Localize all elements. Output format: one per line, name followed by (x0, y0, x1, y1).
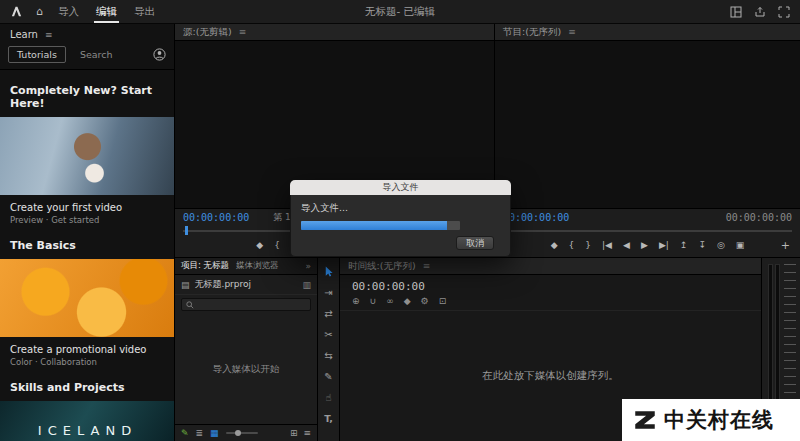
project-file-name[interactable]: 无标题.prproj (195, 278, 252, 291)
app-header-bar: ⌂ 导入 编辑 导出 无标题- 已编辑 (0, 0, 800, 24)
mark-in-icon[interactable]: { (274, 241, 280, 250)
timeline-toolbar: ⊕ ∪ ∞ ◆ ⚙ ⊡ (340, 295, 761, 311)
tutorial-card-image-coffee[interactable] (0, 117, 175, 195)
tab-export[interactable]: 导出 (132, 0, 157, 23)
pen-tool[interactable]: ✎ (324, 370, 332, 383)
project-file-row[interactable]: ▤ 无标题.prproj ▥ (175, 275, 317, 295)
program-current-timecode[interactable]: 00:00:00:00 (503, 212, 569, 223)
mark-in-icon[interactable]: { (569, 241, 575, 250)
project-search-box[interactable] (181, 298, 311, 311)
share-icon[interactable] (754, 6, 766, 18)
step-forward-icon[interactable]: ▶| (659, 241, 669, 250)
workspaces-icon[interactable] (730, 6, 742, 18)
tab-project[interactable]: 项目: 无标题 (181, 260, 229, 272)
learn-panel: Learn ≡ Tutorials Search Completely New?… (0, 24, 175, 441)
add-button-icon[interactable]: + (781, 239, 790, 252)
go-to-in-icon[interactable]: |◀ (602, 241, 612, 250)
add-marker-icon[interactable]: ◆ (404, 297, 411, 306)
project-file-options-icon[interactable]: ▥ (302, 280, 311, 290)
import-progress-fill (301, 221, 447, 230)
add-marker-icon[interactable]: ◆ (256, 241, 263, 250)
selection-tool[interactable] (323, 265, 335, 278)
tab-search[interactable]: Search (71, 46, 122, 63)
mark-out-icon[interactable]: } (585, 241, 591, 250)
project-tab-bar: 项目: 无标题 媒体浏览器 » (175, 258, 317, 275)
learn-section-heading: Skills and Projects (0, 367, 174, 401)
tools-panel: ⇥ ⇄ ✂ ⇆ ✎ ☝ T, (318, 258, 340, 441)
hand-tool[interactable]: ☝ (325, 391, 331, 404)
caption-options-icon[interactable]: ⊡ (439, 297, 447, 306)
program-scrubber[interactable] (503, 226, 792, 236)
learn-section-heading: The Basics (0, 225, 174, 259)
source-monitor-title: 源:(无剪辑) (183, 26, 232, 39)
tutorial-card-image-oranges[interactable] (0, 259, 175, 337)
snap-icon[interactable]: ∪ (370, 297, 377, 306)
new-item-icon[interactable]: ⊞ (290, 429, 298, 438)
tab-media-browser[interactable]: 媒体浏览器 (236, 260, 279, 272)
selection-cursor-icon (323, 265, 335, 278)
dialog-message: 导入文件... (301, 202, 500, 215)
step-back-icon[interactable]: ◀ (623, 241, 630, 250)
program-monitor-viewer (495, 41, 800, 208)
premiere-app-window: ⌂ 导入 编辑 导出 无标题- 已编辑 Learn ≡ (0, 0, 800, 441)
program-panel-menu-icon[interactable]: ≡ (568, 27, 576, 37)
source-current-timecode[interactable]: 00:00:00:00 (183, 212, 249, 223)
source-playhead[interactable] (185, 226, 188, 235)
search-icon (186, 301, 194, 309)
program-monitor-title: 节目:(无序列) (503, 26, 561, 39)
add-marker-icon[interactable]: ◆ (551, 241, 558, 250)
ripple-edit-tool[interactable]: ⇄ (324, 307, 332, 320)
export-frame-icon[interactable]: ◎ (717, 241, 725, 250)
learn-panel-menu-icon[interactable]: ≡ (45, 30, 53, 40)
learn-tab-bar: Tutorials Search (0, 42, 174, 70)
program-duration-timecode: 00:00:00:00 (726, 212, 792, 223)
tab-import[interactable]: 导入 (56, 0, 81, 23)
lift-icon[interactable]: ↥ (680, 241, 688, 250)
icon-view-icon[interactable]: ▦ (210, 429, 219, 438)
project-empty-message[interactable]: 导入媒体以开始 (175, 314, 317, 424)
play-icon[interactable]: ▶ (641, 241, 648, 250)
learn-panel-title: Learn (10, 29, 38, 40)
program-monitor-panel: 节目:(无序列) ≡ 00:00:00:00 00:00:00:00 ◆ { }… (495, 24, 800, 258)
import-progress-dialog: 导入文件 导入文件... 取消 (290, 180, 511, 257)
project-writable-icon[interactable]: ✎ (181, 429, 189, 438)
zol-logo-icon (632, 407, 658, 433)
tutorial-card-title[interactable]: Create a promotional video (0, 337, 174, 357)
import-progress-bar (301, 221, 460, 230)
comparison-view-icon[interactable]: ▣ (736, 241, 745, 250)
dialog-title: 导入文件 (290, 180, 511, 195)
timeline-settings-icon[interactable]: ⚙ (421, 297, 429, 306)
thumbnail-zoom-knob[interactable] (235, 430, 241, 436)
timeline-timecode[interactable]: 00:00:00:00 (340, 275, 761, 295)
tutorial-card-image-iceland[interactable]: ICELAND (0, 401, 175, 441)
type-tool[interactable]: T, (324, 412, 333, 425)
nest-toggle-icon[interactable]: ⊕ (352, 297, 360, 306)
project-search-input[interactable] (198, 300, 306, 310)
slip-tool[interactable]: ⇆ (324, 349, 332, 362)
linked-selection-icon[interactable]: ∞ (386, 297, 394, 306)
fullscreen-icon[interactable] (778, 6, 790, 18)
tab-edit[interactable]: 编辑 (94, 0, 119, 23)
tutorial-card-subtitle: Preview · Get started (0, 215, 174, 225)
zol-watermark: 中关村在线 (622, 399, 800, 441)
list-view-icon[interactable]: ≣ (196, 429, 204, 438)
track-select-forward-tool[interactable]: ⇥ (324, 286, 332, 299)
tab-overflow-icon[interactable]: » (305, 261, 311, 271)
timeline-title: 时间线:(无序列) (348, 260, 416, 273)
program-scrubber-track[interactable] (503, 230, 792, 232)
project-bottom-toolbar: ✎ ≣ ▦ ⊞ ≡ (175, 424, 317, 441)
account-icon[interactable] (153, 48, 166, 61)
tutorial-card-title[interactable]: Create your first video (0, 195, 174, 215)
source-panel-menu-icon[interactable]: ≡ (239, 27, 247, 37)
razor-tool[interactable]: ✂ (324, 328, 332, 341)
project-panel: 项目: 无标题 媒体浏览器 » ▤ 无标题.prproj ▥ 导入媒体以开始 ✎… (175, 258, 318, 441)
timeline-panel-menu-icon[interactable]: ≡ (423, 261, 431, 271)
project-panel-menu-icon[interactable]: ≡ (303, 429, 311, 438)
tab-tutorials[interactable]: Tutorials (8, 46, 66, 63)
extract-icon[interactable]: ↧ (698, 241, 706, 250)
program-transport-controls: ◆ { } |◀ ◀ ▶ ▶| ↥ ↧ ◎ ▣ + (503, 237, 792, 254)
cancel-button[interactable]: 取消 (456, 236, 494, 250)
home-icon[interactable]: ⌂ (36, 6, 43, 17)
thumbnail-zoom-slider[interactable] (226, 432, 258, 434)
watermark-text: 中关村在线 (664, 406, 774, 434)
